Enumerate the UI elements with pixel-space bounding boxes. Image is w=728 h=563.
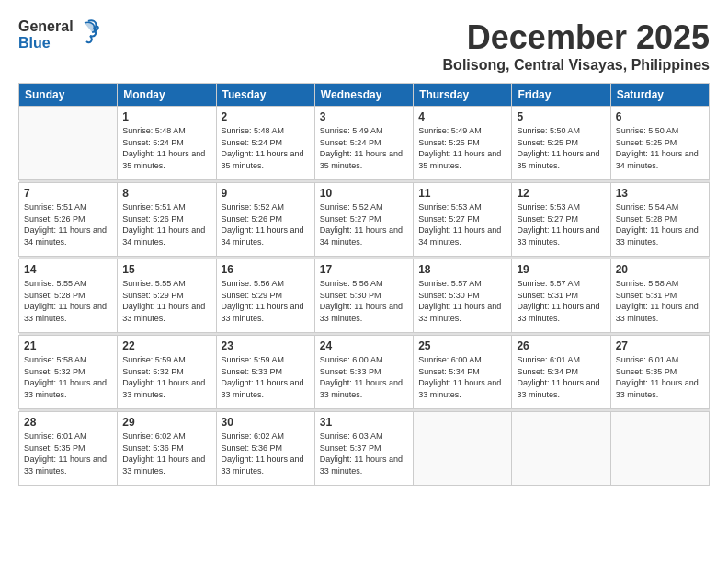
calendar-table: Sunday Monday Tuesday Wednesday Thursday…	[18, 83, 710, 486]
header-sunday: Sunday	[19, 84, 118, 107]
month-year-title: December 2025	[443, 18, 710, 57]
day-info: Sunrise: 6:00 AMSunset: 5:33 PMDaylight:…	[320, 354, 408, 400]
day-number: 15	[122, 263, 210, 276]
day-info: Sunrise: 5:59 AMSunset: 5:33 PMDaylight:…	[222, 354, 310, 400]
day-number: 1	[122, 110, 210, 123]
day-number: 4	[418, 110, 506, 123]
day-number: 6	[616, 110, 704, 123]
day-info: Sunrise: 5:58 AMSunset: 5:31 PMDaylight:…	[616, 278, 704, 324]
day-info: Sunrise: 5:55 AMSunset: 5:29 PMDaylight:…	[122, 278, 210, 324]
week-row-2: 7Sunrise: 5:51 AMSunset: 5:26 PMDaylight…	[19, 183, 710, 257]
day-info: Sunrise: 5:49 AMSunset: 5:24 PMDaylight:…	[320, 125, 408, 171]
table-row: 26Sunrise: 6:01 AMSunset: 5:34 PMDayligh…	[512, 336, 610, 409]
table-row: 3Sunrise: 5:49 AMSunset: 5:24 PMDaylight…	[314, 107, 413, 180]
table-row: 8Sunrise: 5:51 AMSunset: 5:26 PMDaylight…	[118, 183, 216, 257]
day-number: 9	[222, 187, 310, 200]
calendar-header-row: Sunday Monday Tuesday Wednesday Thursday…	[19, 84, 710, 107]
table-row: 20Sunrise: 5:58 AMSunset: 5:31 PMDayligh…	[610, 259, 709, 333]
day-info: Sunrise: 6:03 AMSunset: 5:37 PMDaylight:…	[320, 431, 408, 477]
day-number: 30	[222, 416, 310, 429]
table-row: 30Sunrise: 6:02 AMSunset: 5:36 PMDayligh…	[216, 412, 314, 486]
day-number: 27	[616, 339, 704, 352]
day-info: Sunrise: 6:01 AMSunset: 5:35 PMDaylight:…	[616, 354, 704, 400]
day-number: 17	[320, 263, 408, 276]
table-row: 31Sunrise: 6:03 AMSunset: 5:37 PMDayligh…	[314, 412, 413, 486]
day-info: Sunrise: 5:57 AMSunset: 5:30 PMDaylight:…	[418, 278, 506, 324]
day-info: Sunrise: 5:48 AMSunset: 5:24 PMDaylight:…	[122, 125, 210, 171]
day-info: Sunrise: 5:53 AMSunset: 5:27 PMDaylight:…	[418, 201, 506, 247]
table-row: 23Sunrise: 5:59 AMSunset: 5:33 PMDayligh…	[216, 336, 314, 409]
table-row: 12Sunrise: 5:53 AMSunset: 5:27 PMDayligh…	[512, 183, 610, 257]
week-row-4: 21Sunrise: 5:58 AMSunset: 5:32 PMDayligh…	[19, 336, 710, 409]
table-row: 17Sunrise: 5:56 AMSunset: 5:30 PMDayligh…	[314, 259, 413, 333]
table-row: 27Sunrise: 6:01 AMSunset: 5:35 PMDayligh…	[610, 336, 709, 409]
day-number: 7	[24, 187, 112, 200]
day-info: Sunrise: 5:49 AMSunset: 5:25 PMDaylight:…	[418, 125, 506, 171]
table-row	[512, 412, 610, 486]
day-info: Sunrise: 5:56 AMSunset: 5:29 PMDaylight:…	[222, 278, 310, 324]
table-row: 10Sunrise: 5:52 AMSunset: 5:27 PMDayligh…	[314, 183, 413, 257]
day-number: 10	[320, 187, 408, 200]
header-friday: Friday	[512, 84, 610, 107]
header-saturday: Saturday	[610, 84, 709, 107]
location-subtitle: Bolisong, Central Visayas, Philippines	[443, 57, 710, 74]
table-row: 16Sunrise: 5:56 AMSunset: 5:29 PMDayligh…	[216, 259, 314, 333]
table-row: 22Sunrise: 5:59 AMSunset: 5:32 PMDayligh…	[118, 336, 216, 409]
table-row: 2Sunrise: 5:48 AMSunset: 5:24 PMDaylight…	[216, 107, 314, 180]
day-number: 3	[320, 110, 408, 123]
day-info: Sunrise: 6:01 AMSunset: 5:34 PMDaylight:…	[517, 354, 605, 400]
day-info: Sunrise: 6:02 AMSunset: 5:36 PMDaylight:…	[122, 431, 210, 477]
day-number: 20	[616, 263, 704, 276]
table-row	[610, 412, 709, 486]
day-number: 19	[517, 263, 605, 276]
day-info: Sunrise: 5:57 AMSunset: 5:31 PMDaylight:…	[517, 278, 605, 324]
day-number: 13	[616, 187, 704, 200]
day-number: 8	[122, 187, 210, 200]
day-number: 2	[222, 110, 310, 123]
day-number: 16	[222, 263, 310, 276]
day-number: 26	[517, 339, 605, 352]
day-info: Sunrise: 5:50 AMSunset: 5:25 PMDaylight:…	[517, 125, 605, 171]
title-section: December 2025 Bolisong, Central Visayas,…	[443, 18, 710, 74]
day-info: Sunrise: 5:54 AMSunset: 5:28 PMDaylight:…	[616, 201, 704, 247]
day-info: Sunrise: 5:59 AMSunset: 5:32 PMDaylight:…	[122, 354, 210, 400]
day-number: 25	[418, 339, 506, 352]
day-info: Sunrise: 6:00 AMSunset: 5:34 PMDaylight:…	[418, 354, 506, 400]
page-header: General Blue December 2025 Bolisong, Cen…	[18, 18, 710, 74]
table-row: 1Sunrise: 5:48 AMSunset: 5:24 PMDaylight…	[118, 107, 216, 180]
header-tuesday: Tuesday	[216, 84, 314, 107]
day-number: 31	[320, 416, 408, 429]
day-info: Sunrise: 5:50 AMSunset: 5:25 PMDaylight:…	[616, 125, 704, 171]
day-info: Sunrise: 5:48 AMSunset: 5:24 PMDaylight:…	[222, 125, 310, 171]
table-row	[19, 107, 118, 180]
table-row	[414, 412, 512, 486]
day-info: Sunrise: 5:56 AMSunset: 5:30 PMDaylight:…	[320, 278, 408, 324]
table-row: 24Sunrise: 6:00 AMSunset: 5:33 PMDayligh…	[314, 336, 413, 409]
header-wednesday: Wednesday	[314, 84, 413, 107]
table-row: 7Sunrise: 5:51 AMSunset: 5:26 PMDaylight…	[19, 183, 118, 257]
day-number: 11	[418, 187, 506, 200]
table-row: 18Sunrise: 5:57 AMSunset: 5:30 PMDayligh…	[414, 259, 512, 333]
day-info: Sunrise: 5:53 AMSunset: 5:27 PMDaylight:…	[517, 201, 605, 247]
day-number: 29	[122, 416, 210, 429]
table-row: 13Sunrise: 5:54 AMSunset: 5:28 PMDayligh…	[610, 183, 709, 257]
day-number: 28	[24, 416, 112, 429]
day-number: 23	[222, 339, 310, 352]
table-row: 15Sunrise: 5:55 AMSunset: 5:29 PMDayligh…	[118, 259, 216, 333]
day-info: Sunrise: 6:01 AMSunset: 5:35 PMDaylight:…	[24, 431, 112, 477]
header-monday: Monday	[118, 84, 216, 107]
day-number: 24	[320, 339, 408, 352]
table-row: 9Sunrise: 5:52 AMSunset: 5:26 PMDaylight…	[216, 183, 314, 257]
day-number: 12	[517, 187, 605, 200]
day-info: Sunrise: 5:52 AMSunset: 5:26 PMDaylight:…	[222, 201, 310, 247]
day-number: 18	[418, 263, 506, 276]
day-number: 14	[24, 263, 112, 276]
day-info: Sunrise: 5:55 AMSunset: 5:28 PMDaylight:…	[24, 278, 112, 324]
day-info: Sunrise: 5:58 AMSunset: 5:32 PMDaylight:…	[24, 354, 112, 400]
table-row: 28Sunrise: 6:01 AMSunset: 5:35 PMDayligh…	[19, 412, 118, 486]
day-info: Sunrise: 5:52 AMSunset: 5:27 PMDaylight:…	[320, 201, 408, 247]
logo: General Blue	[18, 18, 99, 51]
table-row: 11Sunrise: 5:53 AMSunset: 5:27 PMDayligh…	[414, 183, 512, 257]
table-row: 19Sunrise: 5:57 AMSunset: 5:31 PMDayligh…	[512, 259, 610, 333]
table-row: 6Sunrise: 5:50 AMSunset: 5:25 PMDaylight…	[610, 107, 709, 180]
